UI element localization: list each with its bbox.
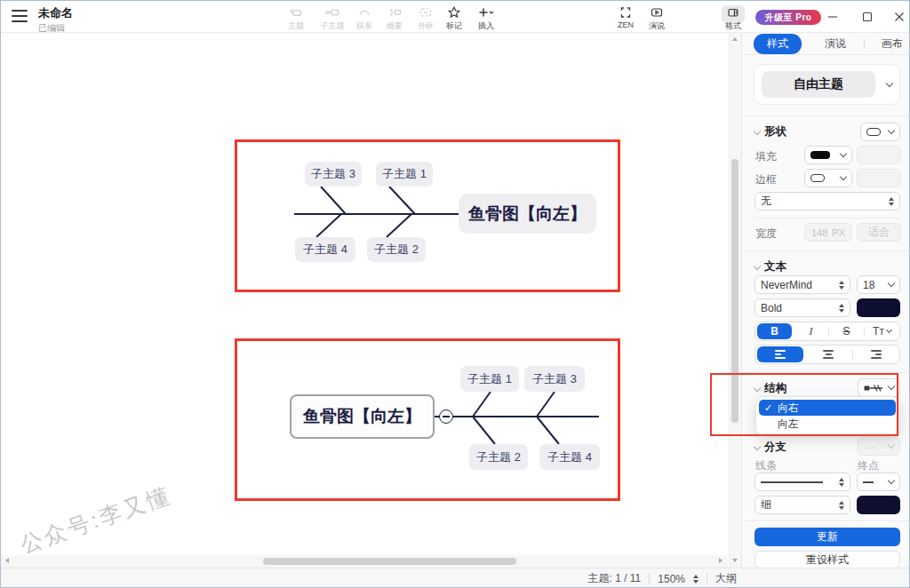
scroll-up-arrow-icon[interactable] xyxy=(732,37,738,41)
text-section-header[interactable]: 文本 xyxy=(754,259,786,274)
vertical-scrollbar-thumb[interactable] xyxy=(731,159,738,423)
text-align-group xyxy=(754,345,900,364)
update-button[interactable]: 更新 xyxy=(754,528,900,546)
font-family-select[interactable]: NeverMind xyxy=(754,275,850,294)
chevron-down-icon[interactable] xyxy=(886,79,893,86)
zoom-spinner-icon[interactable] xyxy=(693,575,698,584)
toolbar-zen-button[interactable]: ZEN xyxy=(611,4,641,29)
strikethrough-button[interactable]: S xyxy=(829,322,864,340)
menu-icon[interactable] xyxy=(12,10,28,22)
maximize-button[interactable] xyxy=(858,8,877,26)
align-right-button[interactable] xyxy=(853,346,899,363)
zoom-level[interactable]: 150% xyxy=(658,573,685,585)
text-transform-button[interactable]: Tт xyxy=(865,322,899,340)
document-title-block: 未命名 已编辑 xyxy=(38,5,73,35)
minimize-button[interactable] xyxy=(823,8,842,26)
close-button[interactable] xyxy=(890,8,909,26)
scroll-down-arrow-icon[interactable] xyxy=(732,559,738,562)
solid-line-icon xyxy=(761,481,823,483)
align-center-button[interactable] xyxy=(805,346,851,363)
toolbar-boundary-button: 外框 xyxy=(411,4,441,32)
reset-style-button[interactable]: 重设样式 xyxy=(754,551,900,568)
shape-type-select[interactable] xyxy=(860,123,900,141)
font-weight-select[interactable]: Bold xyxy=(754,298,850,317)
toolbar-marker-button[interactable]: 标记 xyxy=(439,4,469,32)
panel-tabs: 样式 演说 画布 xyxy=(742,33,910,55)
align-center-icon xyxy=(823,350,834,359)
border-style-select[interactable] xyxy=(804,169,852,187)
line-thickness-select[interactable]: 细 xyxy=(754,496,850,514)
fishbone-lines xyxy=(1,33,741,568)
outline-button[interactable]: 大纲 xyxy=(715,571,737,586)
status-divider xyxy=(649,574,650,584)
structure-section-header[interactable]: 结构 xyxy=(754,381,786,396)
subtopic-node[interactable]: 子主题 1 xyxy=(460,366,519,392)
app-window: 未命名 已编辑 主题 子主题 联系 概要 外框 标记 xyxy=(0,0,910,588)
spinner-icon xyxy=(839,501,844,510)
subtopic-node[interactable]: 子主题 2 xyxy=(367,237,426,262)
bold-button-active[interactable]: B xyxy=(757,323,792,339)
fit-button-disabled: 适合 xyxy=(857,223,901,242)
collapse-chevron-icon xyxy=(754,443,761,450)
width-label: 宽度 xyxy=(755,226,777,242)
font-color-swatch[interactable] xyxy=(857,298,900,317)
zen-mode-icon xyxy=(611,4,641,20)
subtopic-node[interactable]: 子主题 3 xyxy=(524,366,585,392)
branch-style-select-disabled: … xyxy=(858,437,900,456)
collapse-chevron-icon xyxy=(754,263,761,270)
spinner-icon xyxy=(839,478,844,487)
endpoint-dash-icon xyxy=(863,481,874,483)
subtopic-node[interactable]: 子主题 4 xyxy=(295,237,355,262)
align-left-button-active[interactable] xyxy=(757,346,803,362)
spinner-icon xyxy=(839,281,844,290)
shape-section-header[interactable]: 形状 xyxy=(754,124,786,139)
toolbar-summary-button: 概要 xyxy=(379,4,410,32)
fill-label: 填充 xyxy=(755,149,777,164)
horizontal-scrollbar-thumb[interactable] xyxy=(263,558,516,565)
branch-section-header[interactable]: 分支 xyxy=(754,440,786,455)
subtopic-node[interactable]: 子主题 3 xyxy=(305,162,362,187)
mindmap-canvas[interactable]: 鱼骨图【向左】 子主题 3 子主题 1 子主题 4 子主题 2 鱼骨图【向左】 … xyxy=(1,33,741,568)
scroll-right-arrow-icon[interactable] xyxy=(719,558,722,563)
subtopic-node[interactable]: 子主题 4 xyxy=(539,444,600,470)
subtopic-node[interactable]: 子主题 1 xyxy=(376,162,433,187)
menu-option-right-selected[interactable]: ✓ 向右 xyxy=(759,400,896,416)
border-none-select[interactable]: 无 xyxy=(754,192,900,211)
text-style-group: B I S Tт xyxy=(754,322,900,341)
line-color-swatch[interactable] xyxy=(857,496,900,514)
scroll-left-arrow-icon[interactable] xyxy=(5,558,9,563)
plus-icon xyxy=(471,4,501,20)
align-left-icon xyxy=(775,350,786,359)
fill-swatch xyxy=(810,151,830,159)
tab-present[interactable]: 演说 xyxy=(825,36,846,52)
italic-button[interactable]: I xyxy=(794,322,828,340)
structure-type-select[interactable] xyxy=(858,378,900,397)
status-bar: 主题: 1 / 11 150% 大纲 xyxy=(1,568,909,588)
fill-color-select[interactable] xyxy=(804,146,852,164)
border-value-input-disabled xyxy=(857,169,901,187)
tab-style[interactable]: 样式 xyxy=(754,34,802,54)
toolbar-present-button[interactable]: 演说 xyxy=(642,4,672,32)
theme-selector-button[interactable]: 自由主题 xyxy=(762,71,875,98)
title-bar: 未命名 已编辑 主题 子主题 联系 概要 外框 标记 xyxy=(1,1,909,33)
collapse-handle-icon[interactable] xyxy=(439,409,453,424)
subtopic-node[interactable]: 子主题 2 xyxy=(469,444,528,470)
main-topic-bottom-diagram-selected[interactable]: 鱼骨图【向左】 xyxy=(290,394,435,439)
endpoint-select[interactable] xyxy=(857,473,900,491)
border-label: 边框 xyxy=(755,172,777,187)
structure-dropdown-menu: ✓ 向右 向左 xyxy=(755,396,899,435)
toolbar-insert-button[interactable]: 插入 xyxy=(471,4,501,32)
theme-card: 自由主题 xyxy=(754,64,900,105)
line-style-select[interactable] xyxy=(754,473,850,491)
toolbar-format-button[interactable]: 格式 xyxy=(718,4,748,32)
relation-icon xyxy=(349,4,379,20)
check-icon: ✓ xyxy=(764,402,778,414)
menu-option-left[interactable]: 向左 xyxy=(759,416,896,432)
upgrade-pro-button[interactable]: 升级至 Pro xyxy=(755,10,821,25)
main-topic-top-diagram[interactable]: 鱼骨图【向左】 xyxy=(459,194,596,234)
width-input-disabled: 148PX xyxy=(804,223,852,242)
summary-icon xyxy=(379,4,410,20)
tab-canvas[interactable]: 画布 xyxy=(882,36,903,52)
document-title: 未命名 xyxy=(38,5,73,21)
font-size-select[interactable]: 18 xyxy=(857,275,900,294)
